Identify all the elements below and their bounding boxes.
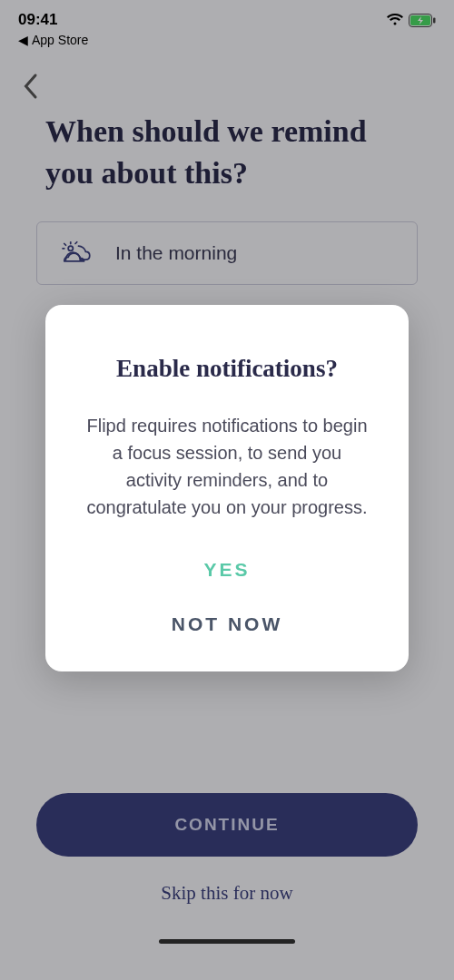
modal-body: Flipd requires notifications to begin a … xyxy=(77,412,377,521)
modal-overlay[interactable]: Enable notifications? Flipd requires not… xyxy=(0,0,454,980)
modal-notnow-button[interactable]: NOT NOW xyxy=(77,613,377,635)
modal-yes-button[interactable]: YES xyxy=(77,559,377,581)
notification-modal: Enable notifications? Flipd requires not… xyxy=(45,305,409,671)
modal-title: Enable notifications? xyxy=(77,355,377,383)
